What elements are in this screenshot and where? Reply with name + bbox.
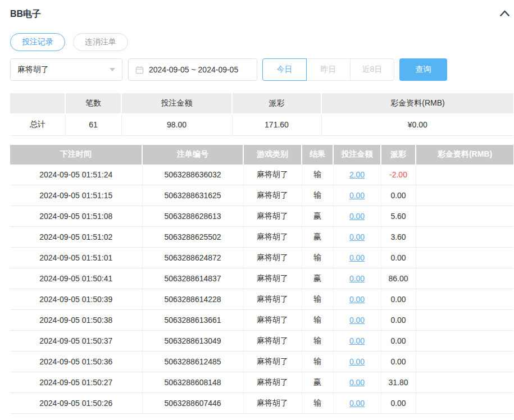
- payout-cell: 0.00: [381, 331, 416, 351]
- tab-bet-records[interactable]: 投注记录: [10, 33, 65, 51]
- payout-cell: 0.00: [381, 185, 416, 206]
- tab-cancelled-orders[interactable]: 连消注单: [73, 33, 128, 51]
- bet-time-cell: 2024-09-05 01:51:01: [10, 248, 142, 268]
- game-type-cell: 麻将胡了: [243, 310, 302, 331]
- summary-total-cell: ¥0.00: [321, 114, 513, 135]
- order-number-cell: 5063288614228: [142, 289, 243, 310]
- result-cell: 输: [302, 310, 333, 331]
- bet-amount-link[interactable]: 0.00: [349, 274, 365, 283]
- query-button[interactable]: 查询: [399, 58, 447, 81]
- bet-time-cell: 2024-09-05 01:51:02: [10, 227, 142, 248]
- result-cell: 赢: [302, 227, 333, 248]
- bet-amount-link[interactable]: 0.00: [349, 212, 365, 221]
- bet-amount-cell: 0.00: [333, 331, 381, 351]
- bet-amount-link[interactable]: 0.00: [349, 191, 365, 200]
- bet-time-cell: 2024-09-05 01:50:37: [10, 331, 142, 351]
- bet-amount-cell: 0.00: [333, 372, 381, 393]
- game-type-cell: 麻将胡了: [243, 206, 302, 227]
- summary-total-cell: 98.00: [121, 114, 232, 135]
- bet-amount-cell: 0.00: [333, 351, 381, 372]
- payout-cell: 0.00: [381, 351, 416, 372]
- result-cell: 输: [302, 165, 333, 185]
- table-row: 2024-09-05 01:51:085063288628613麻将胡了赢0.0…: [10, 206, 513, 227]
- table-row: 2024-09-05 01:50:365063288612485麻将胡了输0.0…: [10, 351, 513, 372]
- bonus-cell: [416, 206, 513, 227]
- bet-amount-link[interactable]: 0.00: [349, 316, 365, 325]
- order-number-cell: 5063288607446: [142, 393, 243, 414]
- payout-cell: 0.00: [381, 393, 416, 414]
- bet-time-cell: 2024-09-05 01:51:08: [10, 206, 142, 227]
- summary-total-cell: 61: [65, 114, 121, 135]
- bet-amount-cell: 0.00: [333, 227, 381, 248]
- quick-range-yesterday[interactable]: 昨日: [306, 58, 351, 81]
- order-number-cell: 5063288608148: [142, 372, 243, 393]
- quick-range-last-8-days[interactable]: 近8日: [350, 58, 394, 81]
- order-number-cell: 5063288631625: [142, 185, 243, 206]
- quick-range-group: 今日 昨日 近8日: [262, 58, 394, 81]
- table-row: 2024-09-05 01:51:025063288625502麻将胡了赢0.0…: [10, 227, 513, 248]
- records-col-header: 派彩: [381, 145, 416, 165]
- order-number-cell: 5063288624872: [142, 248, 243, 268]
- records-body: 2024-09-05 01:51:245063288636032麻将胡了输2.0…: [10, 165, 513, 414]
- bet-time-cell: 2024-09-05 01:51:15: [10, 185, 142, 206]
- game-type-cell: 麻将胡了: [243, 185, 302, 206]
- bet-amount-link[interactable]: 0.00: [349, 378, 365, 387]
- bet-amount-cell: 0.00: [333, 289, 381, 310]
- bonus-cell: [416, 248, 513, 268]
- bet-amount-cell: 2.00: [333, 165, 381, 185]
- summary-total-cell: 总计: [10, 114, 65, 135]
- table-row: 2024-09-05 01:51:245063288636032麻将胡了输2.0…: [10, 165, 513, 185]
- order-number-cell: 5063288636032: [142, 165, 243, 185]
- bet-time-cell: 2024-09-05 01:50:41: [10, 268, 142, 289]
- bet-amount-link[interactable]: 0.00: [349, 336, 365, 345]
- bet-time-cell: 2024-09-05 01:50:36: [10, 351, 142, 372]
- bonus-cell: [416, 165, 513, 185]
- bet-amount-link[interactable]: 0.00: [349, 253, 365, 262]
- result-cell: 赢: [302, 268, 333, 289]
- panel-header: BB电子: [10, 8, 513, 20]
- caret-down-icon: [110, 68, 115, 71]
- bet-amount-cell: 0.00: [333, 268, 381, 289]
- date-range-picker[interactable]: 2024-09-05 ~ 2024-09-05: [128, 58, 257, 81]
- records-header-row: 下注时间注单编号游戏类别结果投注金额派彩彩金资料(RMB): [10, 145, 513, 165]
- bonus-cell: [416, 227, 513, 248]
- order-number-cell: 5063288612485: [142, 351, 243, 372]
- game-type-cell: 麻将胡了: [243, 227, 302, 248]
- bet-amount-cell: 0.00: [333, 393, 381, 414]
- result-cell: 赢: [302, 372, 333, 393]
- bonus-cell: [416, 351, 513, 372]
- game-type-cell: 麻将胡了: [243, 372, 302, 393]
- game-type-cell: 麻将胡了: [243, 331, 302, 351]
- order-number-cell: 5063288614837: [142, 268, 243, 289]
- records-col-header: 下注时间: [10, 145, 142, 165]
- filter-bar: 麻将胡了 2024-09-05 ~ 2024-09-05 今日 昨日 近8日 查…: [10, 58, 514, 81]
- bonus-cell: [416, 393, 513, 414]
- bb-games-panel: BB电子 投注记录 连消注单 麻将胡了: [0, 0, 514, 414]
- bet-time-cell: 2024-09-05 01:50:27: [10, 372, 142, 393]
- bet-time-cell: 2024-09-05 01:50:38: [10, 310, 142, 331]
- game-type-cell: 麻将胡了: [243, 351, 302, 372]
- bet-amount-link[interactable]: 0.00: [349, 232, 365, 241]
- table-row: 2024-09-05 01:50:375063288613049麻将胡了输0.0…: [10, 331, 513, 351]
- page-title: BB电子: [10, 8, 41, 20]
- quick-range-today[interactable]: 今日: [262, 58, 307, 81]
- bet-amount-link[interactable]: 0.00: [349, 357, 365, 366]
- result-cell: 输: [302, 331, 333, 351]
- bet-amount-link[interactable]: 0.00: [349, 399, 365, 408]
- bet-time-cell: 2024-09-05 01:50:39: [10, 289, 142, 310]
- calendar-icon: [135, 66, 144, 74]
- result-cell: 赢: [302, 206, 333, 227]
- result-cell: 输: [302, 351, 333, 372]
- bonus-cell: [416, 310, 513, 331]
- game-type-cell: 麻将胡了: [243, 268, 302, 289]
- bet-amount-link[interactable]: 2.00: [349, 170, 365, 179]
- table-row: 2024-09-05 01:51:155063288631625麻将胡了输0.0…: [10, 185, 513, 206]
- date-range-value: 2024-09-05 ~ 2024-09-05: [149, 65, 238, 74]
- table-row: 2024-09-05 01:50:265063288607446麻将胡了输0.0…: [10, 393, 513, 414]
- payout-cell: 31.80: [381, 372, 416, 393]
- bet-amount-link[interactable]: 0.00: [349, 295, 365, 304]
- game-select[interactable]: 麻将胡了: [10, 58, 122, 81]
- summary-col-header: 投注金额: [121, 93, 232, 114]
- collapse-button[interactable]: [499, 9, 513, 19]
- summary-col-header: [10, 93, 65, 114]
